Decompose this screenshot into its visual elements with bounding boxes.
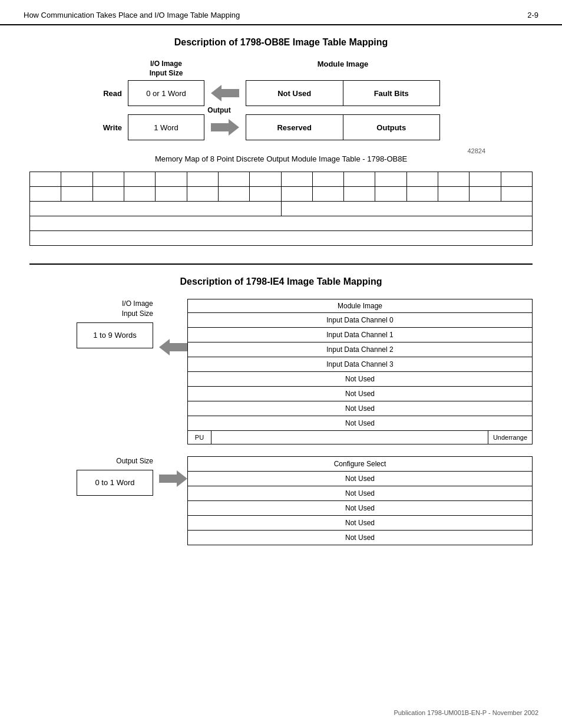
arrow-head xyxy=(159,339,170,355)
ie4-module-row-3: Input Data Channel 3 xyxy=(188,357,532,372)
grid-cell xyxy=(407,187,438,201)
ie4-out-row-5: Not Used xyxy=(188,531,532,545)
ie4-output-size-label: Output Size xyxy=(116,456,153,466)
ie4-output-io-box: 0 to 1 Word xyxy=(77,470,153,496)
ie4-section: Description of 1798-IE4 Image Table Mapp… xyxy=(29,276,533,545)
grid-cell xyxy=(344,172,375,186)
section-divider xyxy=(29,263,533,265)
ie4-module-cell: Input Data Channel 0 xyxy=(188,313,532,327)
outputs-box: Outputs xyxy=(343,114,441,140)
ie4-module-cell: Input Data Channel 1 xyxy=(188,328,532,342)
ie4-title: Description of 1798-IE4 Image Table Mapp… xyxy=(29,276,533,287)
grid-cell-wide xyxy=(282,202,533,216)
ie4-module-cell: Not Used xyxy=(188,416,532,430)
grid-cell xyxy=(344,187,375,201)
grid-cell xyxy=(375,172,406,186)
ie4-out-cell: Not Used xyxy=(188,486,532,500)
ie4-out-cell: Not Used xyxy=(188,472,532,486)
grid-cell xyxy=(282,187,313,201)
fig-number: 42824 xyxy=(29,147,485,154)
arrow-head xyxy=(177,470,187,487)
arrow-left-icon xyxy=(211,85,239,101)
grid-cell xyxy=(313,172,344,186)
write-label: Write xyxy=(75,123,128,132)
grid-cell xyxy=(30,187,61,201)
write-module-boxes: Reserved Outputs xyxy=(246,114,440,140)
grid-cell xyxy=(93,172,124,186)
output-sub-label: Output xyxy=(181,106,257,114)
grid-cell xyxy=(187,187,219,201)
ie4-module-row-6: Not Used xyxy=(188,401,532,416)
ie4-module-row-1: Input Data Channel 1 xyxy=(188,328,532,342)
ob8e-write-row: Write 1 Word Reserved Outputs xyxy=(75,114,487,140)
ob8e-col-labels: I/O Image Input Size Module Image xyxy=(75,60,487,78)
grid-cell xyxy=(438,187,470,201)
read-label: Read xyxy=(75,89,128,98)
grid-cell xyxy=(501,187,532,201)
grid-cell xyxy=(156,172,187,186)
ie4-out-row-1: Not Used xyxy=(188,472,532,486)
ie4-out-row-0: Configure Select xyxy=(188,457,532,472)
ie4-module-cell: Not Used xyxy=(188,387,532,401)
ie4-module-table: Module Image Input Data Channel 0 Input … xyxy=(187,299,533,444)
read-io-box: 0 or 1 Word xyxy=(128,80,204,106)
arrow-head xyxy=(229,119,239,136)
ie4-module-row-0: Input Data Channel 0 xyxy=(188,313,532,328)
ie4-module-cell: Input Data Channel 2 xyxy=(188,342,532,357)
memory-grid-row-2 xyxy=(30,187,532,202)
ie4-out-cell: Not Used xyxy=(188,501,532,515)
grid-cell xyxy=(501,172,532,186)
output-label-row: Output xyxy=(75,106,487,114)
read-module-boxes: Not Used Fault Bits xyxy=(246,80,440,106)
underrange-cell: Underrange xyxy=(488,431,532,444)
page-footer: Publication 1798-UM001B-EN-P - November … xyxy=(394,709,538,716)
ie4-module-cell: Not Used xyxy=(188,372,532,386)
grid-cell-full xyxy=(30,231,532,245)
grid-cell xyxy=(30,172,61,186)
header-right: 2-9 xyxy=(527,11,538,19)
grid-cell xyxy=(187,172,219,186)
grid-cell xyxy=(219,172,250,186)
ie4-output-table: Configure Select Not Used Not Used Not U… xyxy=(187,456,533,545)
module-image-label: Module Image xyxy=(246,60,440,78)
grid-cell xyxy=(124,172,156,186)
ie4-out-cell: Not Used xyxy=(188,516,532,530)
ie4-module-row-5: Not Used xyxy=(188,387,532,401)
memory-grid-row-4 xyxy=(30,216,532,231)
grid-cell xyxy=(156,187,187,201)
grid-cell-full xyxy=(30,216,532,230)
grid-cell xyxy=(219,187,250,201)
ie4-input-io-box: 1 to 9 Words xyxy=(77,322,153,348)
ie4-module-row-4: Not Used xyxy=(188,372,532,387)
ie4-left-col: I/O Image Input Size 1 to 9 Words xyxy=(29,299,159,444)
ob8e-title: Description of 1798-OB8E Image Table Map… xyxy=(29,37,533,48)
pu-cell: PU xyxy=(188,431,211,444)
memory-grid-row-3 xyxy=(30,202,532,216)
grid-cell xyxy=(250,187,281,201)
grid-cell xyxy=(375,187,406,201)
ie4-module-cell: Not Used xyxy=(188,401,532,416)
ie4-module-header: Module Image xyxy=(188,299,532,313)
arrow-body xyxy=(222,89,239,97)
arrow-body xyxy=(170,343,187,351)
grid-cell xyxy=(407,172,438,186)
reserved-box: Reserved xyxy=(246,114,343,140)
memory-map-caption: Memory Map of 8 Point Discrete Output Mo… xyxy=(29,154,533,163)
ie4-out-row-4: Not Used xyxy=(188,516,532,531)
arrow-body xyxy=(159,475,177,483)
io-image-label: I/O Image Input Size xyxy=(128,60,204,78)
ob8e-read-row: Read 0 or 1 Word Not Used Fault Bits xyxy=(75,80,487,106)
write-io-box: 1 Word xyxy=(128,114,204,140)
ie4-input-diagram: I/O Image Input Size 1 to 9 Words Module… xyxy=(29,299,533,444)
grid-cell xyxy=(470,187,501,201)
ob8e-diagram: I/O Image Input Size Module Image Read 0… xyxy=(29,60,533,140)
ie4-out-cell: Not Used xyxy=(188,531,532,545)
pu-middle-cell xyxy=(211,431,488,444)
read-arrow xyxy=(204,85,246,101)
header-left: How Communication Takes Place and I/O Im… xyxy=(24,11,240,19)
ie4-out-cell: Configure Select xyxy=(188,457,532,471)
memory-grid-row-5 xyxy=(30,231,532,245)
ie4-arrow-col xyxy=(159,299,187,444)
ob8e-section: Description of 1798-OB8E Image Table Map… xyxy=(29,37,533,246)
grid-cell xyxy=(282,172,313,186)
